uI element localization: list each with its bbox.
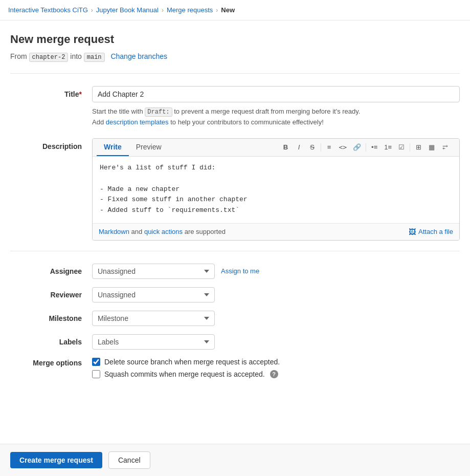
title-input[interactable] — [92, 86, 460, 102]
description-label: Description — [10, 138, 92, 150]
milestone-row: Milestone Milestone — [10, 311, 460, 326]
markdown-link[interactable]: Markdown — [99, 228, 129, 235]
tab-write[interactable]: Write — [97, 139, 129, 156]
table-button[interactable]: ▦ — [426, 141, 438, 153]
labels-select[interactable]: Labels — [92, 334, 215, 350]
breadcrumb-item-1[interactable]: Jupyter Book Manual — [96, 6, 159, 14]
title-hint1: Start the title with Draft: to prevent a… — [92, 106, 460, 117]
breadcrumb-item-2[interactable]: Merge requests — [167, 6, 213, 14]
strikethrough-button[interactable]: S — [306, 141, 319, 153]
description-field: Write Preview B I S ≡ <> 🔗 •≡ 1≡ — [92, 138, 460, 241]
breadcrumb-current: New — [221, 6, 235, 14]
reviewer-row: Reviewer Unassigned — [10, 287, 460, 302]
merge-options-field: Delete source branch when merge request … — [92, 358, 280, 378]
merge-options-row: Merge options Delete source branch when … — [10, 358, 460, 378]
tab-preview[interactable]: Preview — [129, 139, 169, 156]
form-section-divider — [10, 251, 460, 251]
squash-help-icon[interactable]: ? — [270, 370, 278, 378]
milestone-label: Milestone — [10, 314, 92, 322]
title-label: Title* — [10, 86, 92, 98]
delete-source-label: Delete source branch when merge request … — [104, 358, 280, 366]
from-label: From — [10, 52, 27, 60]
change-branches-link[interactable]: Change branches — [110, 52, 167, 60]
breadcrumb-sep-0: › — [91, 7, 93, 14]
link-button[interactable]: 🔗 — [350, 141, 364, 153]
breadcrumb-item-0[interactable]: Interactive Textbooks CiTG — [8, 6, 88, 14]
page-title: New merge request — [10, 33, 460, 46]
italic-button[interactable]: I — [293, 141, 305, 153]
editor-body[interactable]: Here's a list of stuff I did: - Made a n… — [93, 157, 459, 223]
section-divider — [10, 73, 460, 74]
unordered-list-button[interactable]: •≡ — [368, 141, 381, 153]
branch-info: From chapter-2 into main Change branches — [10, 52, 460, 61]
merge-option2-row: Squash commits when merge request is acc… — [92, 370, 280, 378]
breadcrumb-sep-2: › — [216, 7, 218, 14]
merge-option1-row: Delete source branch when merge request … — [92, 358, 280, 366]
editor-footer: Markdown and quick actions are supported… — [93, 223, 459, 240]
numbered-list-button[interactable]: 1≡ — [382, 141, 394, 153]
code-button[interactable]: <> — [337, 141, 350, 153]
bold-button[interactable]: B — [280, 141, 292, 153]
delete-source-checkbox[interactable] — [92, 358, 100, 366]
assignee-select[interactable]: Unassigned — [92, 264, 215, 279]
assignee-label: Assignee — [10, 267, 92, 275]
quick-actions-link[interactable]: quick actions — [144, 228, 183, 235]
fullscreen-button[interactable]: ⥂ — [439, 141, 451, 153]
milestone-select[interactable]: Milestone — [92, 311, 215, 326]
toolbar-sep-1 — [321, 143, 321, 152]
ordered-list-button[interactable]: ≡ — [323, 141, 335, 153]
squash-commits-label: Squash commits when merge request is acc… — [104, 370, 265, 378]
assign-me-button[interactable]: Assign to me — [221, 267, 259, 275]
labels-label: Labels — [10, 338, 92, 346]
editor-toolbar: B I S ≡ <> 🔗 •≡ 1≡ ☑ ⊞ ▦ ⥂ — [276, 139, 455, 155]
branch-into: main — [84, 53, 105, 62]
title-hint2: Add description templates to help your c… — [92, 117, 460, 128]
squash-commits-checkbox[interactable] — [92, 370, 100, 378]
editor-footer-left: Markdown and quick actions are supported — [99, 228, 226, 235]
title-field: Start the title with Draft: to prevent a… — [92, 86, 460, 128]
indent-button[interactable]: ⊞ — [412, 141, 424, 153]
toolbar-sep-3 — [410, 143, 410, 152]
description-row: Description Write Preview B I S ≡ <> — [10, 138, 460, 241]
into-label2: into — [70, 52, 82, 60]
reviewer-select[interactable]: Unassigned — [92, 287, 215, 302]
labels-field: Labels — [92, 334, 215, 350]
main-content: New merge request From chapter-2 into ma… — [0, 20, 470, 427]
attach-icon: 🖼 — [409, 228, 416, 236]
toolbar-sep-2 — [366, 143, 366, 152]
title-row: Title* Start the title with Draft: to pr… — [10, 86, 460, 128]
reviewer-field: Unassigned — [92, 287, 215, 302]
labels-row: Labels Labels — [10, 334, 460, 350]
milestone-field: Milestone — [92, 311, 215, 326]
editor-tab-group: Write Preview — [97, 139, 169, 156]
assignee-field: Unassigned Assign to me — [92, 264, 259, 279]
editor-tabs-bar: Write Preview B I S ≡ <> 🔗 •≡ 1≡ — [93, 139, 459, 157]
title-hints: Start the title with Draft: to prevent a… — [92, 106, 460, 128]
breadcrumb-sep-1: › — [162, 7, 164, 14]
breadcrumb: Interactive Textbooks CiTG › Jupyter Boo… — [0, 0, 470, 20]
checklist-button[interactable]: ☑ — [395, 141, 408, 153]
reviewer-label: Reviewer — [10, 291, 92, 299]
attach-file-button[interactable]: 🖼 Attach a file — [409, 228, 453, 236]
and-text: and — [131, 228, 144, 235]
branch-from: chapter-2 — [29, 53, 69, 62]
description-editor: Write Preview B I S ≡ <> 🔗 •≡ 1≡ — [92, 138, 460, 241]
attach-file-label: Attach a file — [418, 228, 453, 235]
assignee-row: Assignee Unassigned Assign to me — [10, 264, 460, 279]
merge-options-label: Merge options — [10, 358, 92, 367]
description-templates-link[interactable]: description templates — [106, 118, 169, 126]
